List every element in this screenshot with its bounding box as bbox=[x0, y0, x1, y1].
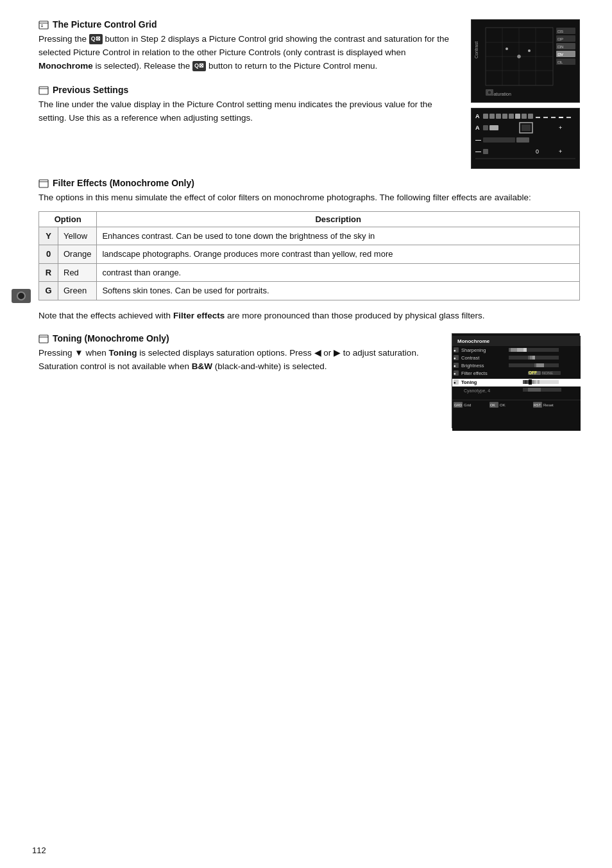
option-code-r: R bbox=[39, 263, 58, 282]
filter-note: Note that the effects achieved with Filt… bbox=[38, 309, 580, 323]
svg-text:Contrast: Contrast bbox=[474, 41, 479, 58]
svg-text:Cyanotype, 4: Cyanotype, 4 bbox=[464, 388, 490, 394]
svg-text:Saturation: Saturation bbox=[491, 92, 511, 96]
svg-rect-68 bbox=[509, 348, 511, 352]
svg-text:▬: ▬ bbox=[543, 114, 548, 119]
table-row: G Green Softens skin tones. Can be used … bbox=[39, 282, 580, 300]
toning-text: Toning (Monochrome Only) Pressing ▼ when… bbox=[38, 333, 439, 377]
top-screenshots: Contrast Saturation ⊡S ⊡P ⊡N ⊡V ⊡L bbox=[471, 19, 580, 169]
option-name-orange: Orange bbox=[58, 245, 97, 264]
svg-rect-52 bbox=[516, 137, 529, 143]
option-code-y: Y bbox=[39, 227, 58, 245]
svg-rect-0 bbox=[39, 21, 48, 29]
svg-rect-70 bbox=[514, 348, 517, 352]
svg-text:⊡S: ⊡S bbox=[557, 30, 563, 33]
svg-rect-109 bbox=[540, 380, 559, 384]
svg-rect-104 bbox=[529, 379, 532, 385]
filter-effects-section: Filter Effects (Monochrome Only) The opt… bbox=[38, 178, 580, 323]
option-code-g: G bbox=[39, 282, 58, 300]
picture-control-grid-section: The Picture Control Grid Pressing the Q⊠… bbox=[38, 19, 458, 73]
svg-text:⊡L: ⊡L bbox=[557, 60, 563, 64]
svg-rect-105 bbox=[532, 380, 534, 384]
previous-settings-text: The line under the value display in the … bbox=[38, 98, 458, 125]
option-name-red: Red bbox=[58, 263, 97, 282]
svg-rect-74 bbox=[527, 348, 559, 352]
svg-text:—: — bbox=[475, 148, 481, 155]
page-content: The Picture Control Grid Pressing the Q⊠… bbox=[38, 19, 580, 428]
page-number: 112 bbox=[32, 846, 46, 855]
svg-text:Contrast: Contrast bbox=[461, 355, 480, 361]
svg-rect-82 bbox=[535, 356, 559, 360]
svg-rect-60 bbox=[39, 335, 48, 343]
svg-text:▬: ▬ bbox=[551, 114, 556, 119]
svg-text:▬: ▬ bbox=[559, 114, 563, 119]
svg-text:Filter effects: Filter effects bbox=[461, 370, 488, 376]
svg-text:GRD: GRD bbox=[454, 403, 462, 407]
svg-text:Sharpening: Sharpening bbox=[461, 347, 486, 353]
pencil-icon-2 bbox=[38, 85, 49, 96]
svg-rect-48 bbox=[522, 125, 531, 131]
svg-rect-107 bbox=[536, 380, 538, 384]
camera-side-icon bbox=[12, 289, 31, 303]
option-desc-r: contrast than orange. bbox=[97, 263, 580, 282]
table-row: 0 Orange landscape photographs. Orange p… bbox=[39, 245, 580, 264]
svg-rect-108 bbox=[538, 380, 540, 384]
svg-rect-89 bbox=[544, 363, 559, 367]
svg-rect-34 bbox=[502, 114, 507, 119]
svg-rect-106 bbox=[534, 380, 536, 384]
svg-rect-46 bbox=[489, 125, 498, 130]
table-header-option: Option bbox=[39, 211, 97, 227]
svg-text:0: 0 bbox=[536, 148, 539, 155]
svg-text:Reset: Reset bbox=[543, 403, 554, 407]
svg-rect-2 bbox=[39, 87, 48, 94]
table-header-description: Description bbox=[97, 211, 580, 227]
svg-text:Monochrome: Monochrome bbox=[457, 338, 490, 344]
prev-settings-screenshot: A ▬ ▬ ▬ ▬ ▬ A bbox=[471, 108, 580, 169]
option-code-o: 0 bbox=[39, 245, 58, 264]
svg-rect-80 bbox=[530, 356, 532, 360]
previous-settings-title: Previous Settings bbox=[38, 85, 458, 95]
toning-section: Toning (Monochrome Only) Pressing ▼ when… bbox=[38, 333, 580, 428]
svg-rect-87 bbox=[534, 363, 536, 367]
option-name-yellow: Yellow bbox=[58, 227, 97, 245]
svg-rect-69 bbox=[511, 348, 514, 352]
svg-rect-51 bbox=[483, 137, 515, 143]
option-desc-g: Softens skin tones. Can be used for port… bbox=[97, 282, 580, 300]
option-desc-y: Enhances contrast. Can be used to tone d… bbox=[97, 227, 580, 245]
svg-text:▬: ▬ bbox=[536, 114, 540, 119]
svg-rect-78 bbox=[509, 356, 528, 360]
pencil-icon bbox=[38, 20, 49, 30]
grid-screenshot: Contrast Saturation ⊡S ⊡P ⊡N ⊡V ⊡L bbox=[471, 19, 580, 103]
filter-effects-title: Filter Effects (Monochrome Only) bbox=[38, 178, 580, 188]
svg-text:●: ● bbox=[454, 381, 456, 385]
svg-text:NONE: NONE bbox=[542, 371, 553, 375]
svg-text:RST: RST bbox=[534, 403, 541, 407]
svg-text:+: + bbox=[559, 125, 562, 131]
svg-text:+: + bbox=[559, 148, 562, 155]
svg-rect-81 bbox=[532, 356, 535, 360]
svg-text:OFF: OFF bbox=[529, 370, 537, 375]
toning-content: Pressing ▼ when Toning is selected displ… bbox=[38, 347, 439, 374]
svg-rect-31 bbox=[483, 114, 488, 119]
pencil-icon-3 bbox=[38, 178, 49, 189]
svg-rect-113 bbox=[528, 388, 541, 392]
svg-point-28 bbox=[488, 91, 491, 94]
svg-rect-103 bbox=[527, 380, 529, 384]
svg-text:⊡N: ⊡N bbox=[557, 45, 563, 49]
svg-text:●: ● bbox=[454, 356, 456, 360]
svg-text:OK: OK bbox=[500, 403, 506, 407]
svg-rect-79 bbox=[528, 356, 530, 360]
svg-rect-73 bbox=[523, 348, 527, 352]
picture-control-grid-text: Pressing the Q⊠ button in Step 2 display… bbox=[38, 33, 458, 73]
svg-rect-45 bbox=[483, 125, 488, 130]
filter-effects-table: Option Description Y Yellow Enhances con… bbox=[38, 211, 580, 300]
svg-rect-72 bbox=[520, 348, 523, 352]
svg-rect-101 bbox=[523, 380, 525, 384]
svg-rect-33 bbox=[496, 114, 501, 119]
svg-text:Grid: Grid bbox=[464, 403, 471, 407]
svg-point-25 bbox=[506, 48, 508, 50]
svg-text:A: A bbox=[475, 113, 480, 119]
picture-control-grid-title: The Picture Control Grid bbox=[38, 19, 458, 30]
svg-rect-37 bbox=[522, 114, 527, 119]
svg-point-24 bbox=[518, 55, 521, 58]
